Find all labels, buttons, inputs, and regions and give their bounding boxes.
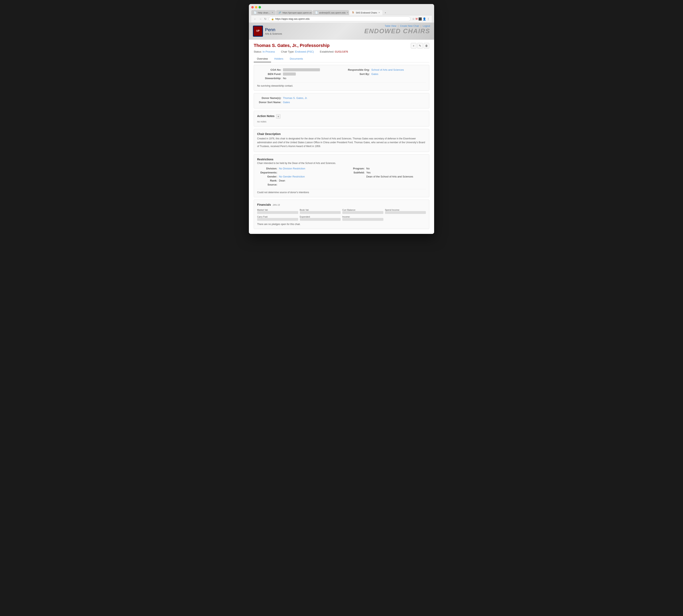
tab-4-label: SAS Endowed Chairs <box>356 12 377 14</box>
tab-1[interactable]: 📄 Help clean… ✕ <box>251 10 276 15</box>
chair-meta: Status: In Process Chair Type: Endowed (… <box>254 50 429 53</box>
gender-value[interactable]: No Gender Restriction <box>279 175 305 178</box>
table-view-link[interactable]: Table View <box>385 25 396 27</box>
tab-2[interactable]: 🔗 https://grouper.apps.upenn.ec… ✕ <box>276 10 312 15</box>
profile-icon[interactable]: 👤 <box>423 17 426 21</box>
fin-value-6: $000.00 <box>300 218 341 221</box>
logout-link[interactable]: Logout <box>423 25 430 27</box>
bookmark-icon[interactable]: ☆ <box>412 17 415 21</box>
maximize-button[interactable] <box>258 6 261 8</box>
financials-title: Financials <box>257 203 271 206</box>
ben-label: BEN Fund: <box>257 72 281 75</box>
financials-date: JAN-19 <box>272 204 280 206</box>
fin-item-4: Spend Income: $000,000 <box>385 209 426 214</box>
fin-label-7: Income: <box>342 216 383 218</box>
add-note-button[interactable]: + <box>276 114 280 119</box>
add-chair-button[interactable]: + <box>411 43 416 48</box>
tab-holders[interactable]: Holders <box>271 56 287 62</box>
restrictions-section: Restrictions Chair intended to be held b… <box>254 154 429 197</box>
sort-by-value[interactable]: Gates <box>371 72 378 75</box>
col-left: COA No: ████████████████████ BEN Fund: █… <box>257 68 338 81</box>
penn-name: Penn Arts & Sciences <box>265 27 282 35</box>
stewardship-label: Stewardship: <box>257 77 281 80</box>
fin-label-5: Carry Fwd: <box>257 216 298 218</box>
subfield-value: Yes <box>366 171 370 174</box>
chair-description-text: Created in 1976, this chair is designate… <box>257 137 426 149</box>
fin-item-1: Market Val: $0,000,000 <box>257 209 298 214</box>
create-new-chair-link[interactable]: Create New Chair <box>400 25 419 27</box>
address-bar[interactable]: 🔒 https://apps-stag.sas.upenn.edu <box>269 17 411 21</box>
division-value[interactable]: No Division Restriction <box>279 167 305 170</box>
toolbar-icons: ☆ M ⬛ 👤 ⋮ <box>412 17 430 21</box>
restriction-col-right: Program: No Subfield: Yes Dean of the Sc… <box>344 167 426 187</box>
financials-header: Financials JAN-19 <box>257 203 426 207</box>
gender-row: Gender: No Gender Restriction <box>257 175 339 178</box>
tab-4-close[interactable]: ✕ <box>378 12 380 14</box>
nav-sep-1: | <box>398 25 399 27</box>
tab-1-close[interactable]: ✕ <box>272 12 273 14</box>
fin-value-2: $00,000 <box>300 211 341 214</box>
tab-documents[interactable]: Documents <box>287 56 306 62</box>
tab-1-favicon: 📄 <box>254 11 256 14</box>
donor-names-row: Donor Name(s): Thomas S. Gates, Jr. <box>257 96 426 100</box>
gmail-icon[interactable]: M <box>416 18 417 20</box>
resp-org-value[interactable]: School of Arts and Sciences <box>371 68 404 71</box>
menu-icon[interactable]: ⋮ <box>427 17 430 21</box>
tab-2-favicon: 🔗 <box>278 11 281 14</box>
stewardship-row: Stewardship: No <box>257 77 338 80</box>
fin-item-5: Carry Fwd: $0.00 <box>257 216 298 221</box>
restriction-col-left: Division: No Division Restriction Depart… <box>257 167 339 187</box>
page-content: UP Penn Arts & Sciences ENDOWED CHAIRS T… <box>249 23 434 234</box>
chair-description-section: Chair Description Created in 1976, this … <box>254 129 429 152</box>
reload-button[interactable]: ↻ <box>264 17 267 21</box>
donor-sort-value[interactable]: Gates <box>283 101 290 104</box>
action-notes-header: Action Notes + <box>257 114 426 119</box>
donor-sort-row: Donor Sort Name: Gates <box>257 101 426 104</box>
coa-fields: COA No: ████████████████████ BEN Fund: █… <box>257 68 426 81</box>
nav-sep-2: | <box>420 25 422 27</box>
ben-value: ███████ <box>283 72 296 75</box>
chair-description-title: Chair Description <box>257 132 426 136</box>
restrictions-description: Chair intended to be held by the Dean of… <box>257 162 426 164</box>
donor-section: Donor Name(s): Thomas S. Gates, Jr. Dono… <box>254 93 429 108</box>
action-notes-section: Action Notes + no notes <box>254 111 429 127</box>
restrictions-title: Restrictions <box>257 158 426 161</box>
forward-button[interactable]: → <box>258 17 262 21</box>
coa-section: COA No: ████████████████████ BEN Fund: █… <box>254 65 429 91</box>
no-notes-text: no notes <box>257 120 426 123</box>
status-value: In Process <box>263 50 275 53</box>
back-button[interactable]: ← <box>253 17 257 21</box>
fin-item-2: Book Val: $00,000 <box>300 209 341 214</box>
tab-overview[interactable]: Overview <box>254 56 271 62</box>
resp-org-label: Responsible Org: <box>345 68 370 71</box>
edit-chair-button[interactable]: ✎ <box>417 43 423 48</box>
departments-label: Departments: <box>257 171 277 174</box>
restriction-fields: Division: No Division Restriction Depart… <box>257 167 426 187</box>
lock-icon: 🔒 <box>271 18 274 20</box>
tab-3-close[interactable]: ✕ <box>347 12 348 14</box>
source-text-row: Dean of the School of Arts and Sciences <box>344 175 426 178</box>
fin-value-5: $0.00 <box>257 218 298 221</box>
penn-logo: UP Penn Arts & Sciences <box>253 26 282 37</box>
tab-bar: 📄 Help clean… ✕ 🔗 https://grouper.apps.u… <box>251 10 432 15</box>
chair-type-label: Chair Type: <box>281 50 294 53</box>
extensions-icon[interactable]: ⬛ <box>418 17 422 21</box>
header-nav: Table View | Create New Chair | Logout <box>385 25 430 27</box>
tab-3[interactable]: 📄 andrewjs01.sas.upenn.edu ✕ <box>313 10 349 15</box>
fin-item-8 <box>385 216 426 221</box>
chair-tabs: Overview Holders Documents <box>254 56 429 62</box>
action-buttons: + ✎ 🗑 <box>411 43 429 48</box>
close-button[interactable] <box>251 6 254 8</box>
established-field: Established: 01/01/1976 <box>320 50 348 53</box>
ben-row: BEN Fund: ███████ <box>257 72 338 75</box>
tab-4[interactable]: 🪑 SAS Endowed Chairs ✕ <box>349 10 382 15</box>
fin-label-3: Curr Balance: <box>342 209 383 211</box>
delete-chair-button[interactable]: 🗑 <box>424 43 429 48</box>
fin-value-7: $000.77 <box>342 218 383 221</box>
minimize-button[interactable] <box>255 6 257 8</box>
svg-text:UP: UP <box>256 29 260 32</box>
donor-names-value[interactable]: Thomas S. Gates, Jr. <box>283 96 308 100</box>
financials-note: There are no pledges open for this chair… <box>257 223 426 226</box>
new-tab-button[interactable]: + <box>383 10 388 15</box>
penn-shield-logo: UP <box>253 26 263 37</box>
